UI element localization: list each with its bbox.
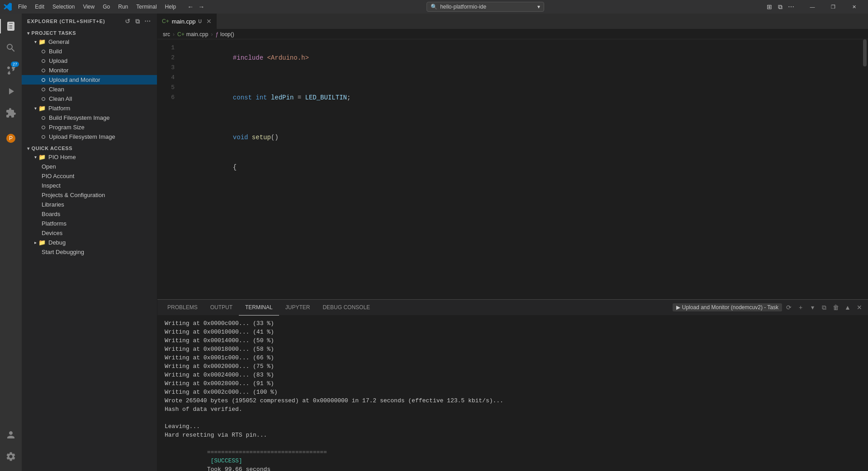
breadcrumb-loop[interactable]: ƒ loop() <box>215 31 234 38</box>
task-icon <box>42 135 45 139</box>
activity-run[interactable] <box>0 80 22 102</box>
split-terminal-button[interactable]: ⧉ <box>819 302 829 312</box>
tab-close-button[interactable]: ✕ <box>206 18 212 25</box>
terminal-line-8: Writing at 0x0002c000... (100 %) <box>165 388 861 396</box>
terminal-line-10: Hash of data verified. <box>165 405 861 414</box>
tab-debug-console[interactable]: DEBUG CONSOLE <box>316 300 376 316</box>
pio-inspect[interactable]: Inspect <box>22 181 157 190</box>
activity-search[interactable] <box>0 37 22 59</box>
close-panel-button[interactable]: ✕ <box>854 302 864 312</box>
project-tasks-section[interactable]: ▾ PROJECT TASKS <box>22 29 157 37</box>
tab-main-cpp[interactable]: C+ main.cpp U ✕ <box>157 14 217 29</box>
collapse-button[interactable]: ⧉ <box>133 17 142 25</box>
sidebar: Explorer (Ctrl+Shift+E) ↺ ⧉ ⋯ ▾ PROJECT … <box>22 14 157 471</box>
pio-home-group[interactable]: ▾ 📁 PIO Home <box>22 152 157 162</box>
debug-group[interactable]: ▸ 📁 Debug <box>22 238 157 247</box>
maximize-button[interactable]: ❐ <box>823 0 844 14</box>
pio-boards[interactable]: Boards <box>22 209 157 219</box>
general-label: General <box>48 38 69 45</box>
menu-edit[interactable]: Edit <box>31 3 48 11</box>
dropdown-button[interactable]: ▾ <box>807 302 817 312</box>
nav-forward[interactable]: → <box>197 2 206 11</box>
pio-platforms[interactable]: Platforms <box>22 219 157 228</box>
add-terminal-button[interactable]: + <box>796 302 806 312</box>
code-line-1: #include <Arduino.h> <box>187 43 862 73</box>
quick-access-section[interactable]: ▾ QUICK ACCESS <box>22 144 157 152</box>
terminal-content[interactable]: Writing at 0x0000c000... (33 %) Writing … <box>157 316 868 471</box>
search-dropdown-icon: ▾ <box>537 4 540 10</box>
menu-selection[interactable]: Selection <box>49 3 78 11</box>
task-program-size[interactable]: Program Size <box>22 122 157 132</box>
breadcrumb-src[interactable]: src <box>163 31 170 38</box>
pio-open[interactable]: Open <box>22 162 157 171</box>
general-group[interactable]: ▾ 📁 General <box>22 37 157 47</box>
minimize-button[interactable]: — <box>802 0 823 14</box>
terminal-panel: PROBLEMS OUTPUT TERMINAL JUPYTER DEBUG C… <box>157 299 868 471</box>
code-line-5: void setup() <box>187 122 862 152</box>
activity-accounts[interactable] <box>0 424 22 446</box>
refresh-button[interactable]: ↺ <box>123 17 132 25</box>
pio-devices[interactable]: Devices <box>22 228 157 238</box>
menu-file[interactable]: File <box>14 3 30 11</box>
task-active-icon <box>42 78 45 82</box>
task-clean-all-label: Clean All <box>49 95 72 102</box>
code-editor[interactable]: 1 2 3 4 5 6 #include <Arduino.h> const i… <box>157 39 868 299</box>
task-icon <box>42 69 45 72</box>
task-build[interactable]: Build <box>22 47 157 56</box>
menu-go[interactable]: Go <box>99 3 114 11</box>
editor-area: C+ main.cpp U ✕ src › C+ main.cpp › ƒ lo… <box>157 14 868 471</box>
pio-projects-config[interactable]: Projects & Configuration <box>22 190 157 200</box>
activity-explorer[interactable] <box>0 15 22 37</box>
code-lines: #include <Arduino.h> const int ledPin = … <box>180 39 862 299</box>
terminal-line-success: ================================== [SUCC… <box>165 439 861 471</box>
menu-help[interactable]: Help <box>161 3 180 11</box>
task-clean-all[interactable]: Clean All <box>22 94 157 104</box>
editor-scrollbar[interactable] <box>862 39 868 299</box>
project-tasks-label: PROJECT TASKS <box>32 30 76 36</box>
debug-start[interactable]: Start Debugging <box>22 247 157 257</box>
pio-home-label: PIO Home <box>48 154 76 160</box>
breadcrumb-maincpp[interactable]: C+ main.cpp <box>177 31 208 38</box>
menu-terminal[interactable]: Terminal <box>133 3 160 11</box>
activity-settings[interactable] <box>0 446 22 467</box>
platform-group[interactable]: ▾ 📁 Platform <box>22 104 157 113</box>
terminal-line-11 <box>165 414 861 422</box>
tab-modified-indicator: U <box>198 19 201 24</box>
search-box[interactable]: 🔍 hello-platformio-ide ▾ <box>427 2 544 12</box>
split-editor-icon[interactable]: ⧉ <box>776 2 785 11</box>
activity-source-control[interactable]: 27 <box>0 59 22 80</box>
task-upload-monitor[interactable]: Upload and Monitor <box>22 75 157 85</box>
activity-platformio[interactable]: P <box>0 127 22 149</box>
activity-bar: 27 P <box>0 14 22 471</box>
tab-output[interactable]: OUTPUT <box>204 300 239 316</box>
task-build-fs[interactable]: Build Filesystem Image <box>22 113 157 122</box>
tab-terminal[interactable]: TERMINAL <box>239 300 279 316</box>
trash-button[interactable]: 🗑 <box>831 302 841 312</box>
task-upload-fs[interactable]: Upload Filesystem Image <box>22 132 157 141</box>
pio-libraries[interactable]: Libraries <box>22 200 157 209</box>
chevron-down-icon: ▾ <box>27 146 30 151</box>
menu-view[interactable]: View <box>79 3 98 11</box>
search-icon: 🔍 <box>431 4 437 10</box>
tab-jupyter[interactable]: JUPYTER <box>279 300 317 316</box>
task-upload-label: Upload <box>49 57 67 64</box>
terminal-line-4: Writing at 0x0001c000... (66 %) <box>165 353 861 362</box>
task-upload[interactable]: Upload <box>22 56 157 66</box>
tab-problems[interactable]: PROBLEMS <box>161 300 204 316</box>
maximize-panel-button[interactable]: ▲ <box>843 302 853 312</box>
close-button[interactable]: ✕ <box>844 0 864 14</box>
more-options-button[interactable]: ⋯ <box>143 17 152 25</box>
task-clean[interactable]: Clean <box>22 85 157 94</box>
task-monitor[interactable]: Monitor <box>22 66 157 75</box>
terminal-line-7: Writing at 0x00028000... (91 %) <box>165 379 861 388</box>
pio-account[interactable]: PIO Account <box>22 171 157 181</box>
nav-back[interactable]: ← <box>186 2 195 11</box>
layout-icon[interactable]: ⊞ <box>765 2 774 11</box>
chevron-down-icon: ▾ <box>34 39 37 44</box>
activity-extensions[interactable] <box>0 102 22 124</box>
more-icon[interactable]: ⋯ <box>787 2 796 11</box>
pio-boards-label: Boards <box>42 211 60 217</box>
menu-run[interactable]: Run <box>114 3 132 11</box>
cycle-terminal-button[interactable]: ⟳ <box>784 302 794 312</box>
pio-devices-label: Devices <box>42 230 62 236</box>
